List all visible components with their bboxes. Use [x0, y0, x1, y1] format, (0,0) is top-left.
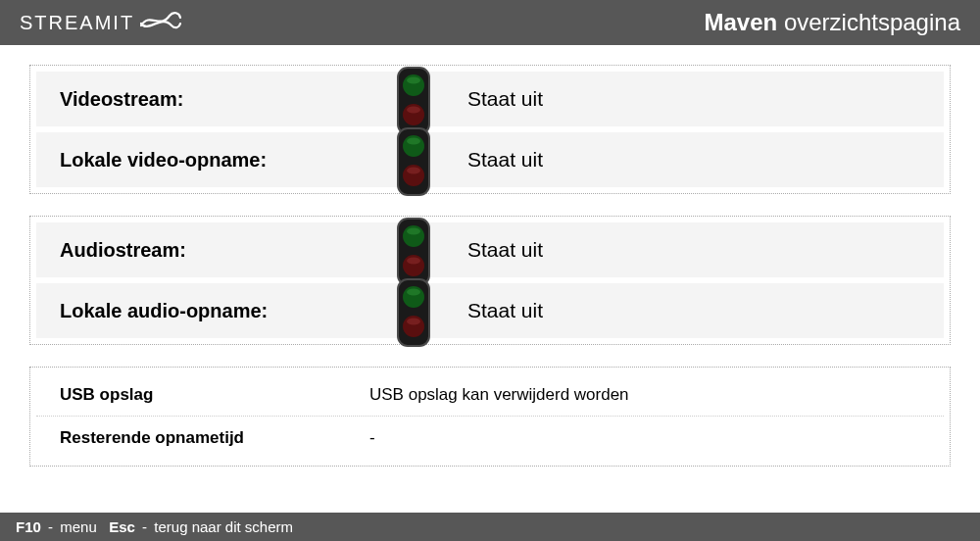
footer-key-f10-desc: menu — [60, 518, 97, 535]
header-bar: STREAMIT Maven overzichtspagina — [0, 0, 980, 45]
svg-point-14 — [407, 258, 420, 265]
logo: STREAMIT — [20, 10, 181, 35]
row-value: Staat uit — [458, 238, 543, 262]
page-title-bold: Maven — [705, 9, 778, 35]
page-title: Maven overzichtspagina — [705, 9, 960, 36]
status-row: Lokale audio-opname: Staat uit — [36, 283, 944, 338]
row-label: Lokale video-opname: — [36, 149, 369, 172]
info-value: - — [369, 428, 375, 448]
info-group: USB opslag USB opslag kan verwijderd wor… — [29, 367, 951, 467]
footer-sep: - — [138, 518, 151, 535]
audio-status-group: Audiostream: Staat uit Lokale audio-opna… — [29, 216, 951, 345]
footer-key-esc: Esc — [109, 518, 135, 535]
info-row: USB opslag USB opslag kan verwijderd wor… — [36, 373, 944, 417]
svg-point-7 — [407, 138, 420, 145]
info-label: Resterende opnametijd — [36, 428, 369, 448]
status-row: Videostream: Staat uit — [36, 72, 944, 126]
svg-point-4 — [407, 107, 420, 114]
traffic-light-wrap — [369, 283, 458, 338]
row-value: Staat uit — [458, 87, 543, 111]
svg-point-19 — [407, 319, 420, 325]
row-label: Videostream: — [36, 88, 369, 111]
logo-swirl-icon — [140, 10, 181, 35]
info-row: Resterende opnametijd - — [36, 417, 944, 460]
traffic-light-wrap — [369, 222, 458, 277]
footer-sep: - — [44, 518, 57, 535]
content-area: Videostream: Staat uit Lokale video-opna… — [0, 45, 980, 498]
traffic-light-wrap — [369, 132, 458, 187]
traffic-light-wrap — [369, 72, 458, 126]
row-label: Audiostream: — [36, 239, 369, 262]
info-label: USB opslag — [36, 385, 369, 405]
traffic-light-icon — [394, 277, 433, 348]
info-value: USB opslag kan verwijderd worden — [369, 385, 629, 405]
status-row: Lokale video-opname: Staat uit — [36, 132, 944, 187]
video-status-group: Videostream: Staat uit Lokale video-opna… — [29, 65, 951, 194]
svg-point-12 — [407, 228, 420, 235]
logo-text: STREAMIT — [20, 12, 134, 34]
footer-bar: F10 - menu Esc - terug naar dit scherm — [0, 513, 980, 541]
row-value: Staat uit — [458, 299, 543, 322]
traffic-light-icon — [394, 126, 433, 197]
footer-key-f10: F10 — [16, 518, 41, 535]
row-label: Lokale audio-opname: — [36, 300, 369, 322]
svg-point-2 — [407, 77, 420, 84]
status-row: Audiostream: Staat uit — [36, 222, 944, 277]
footer-key-esc-desc: terug naar dit scherm — [154, 518, 293, 535]
svg-point-17 — [407, 289, 420, 296]
row-value: Staat uit — [458, 148, 543, 172]
svg-point-9 — [407, 168, 420, 174]
page-title-light: overzichtspagina — [784, 9, 960, 35]
